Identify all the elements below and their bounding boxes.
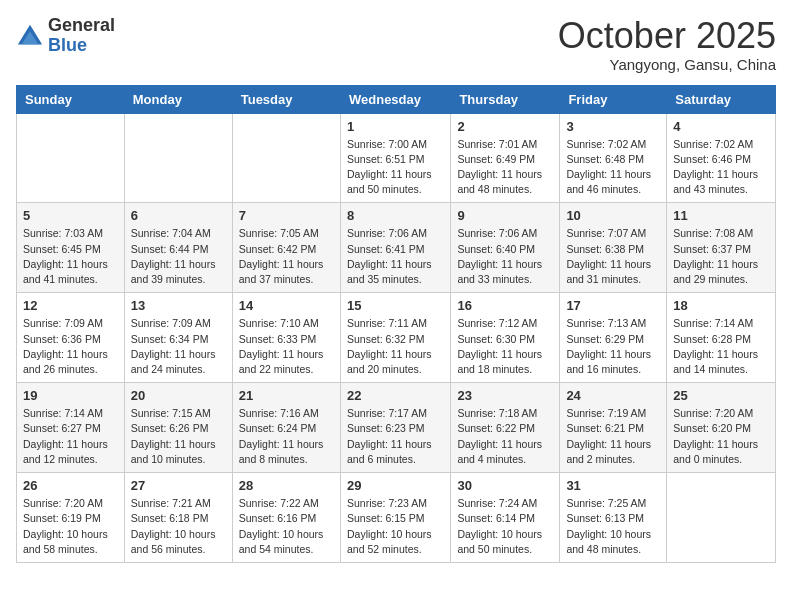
day-info: Sunrise: 7:06 AM Sunset: 6:40 PM Dayligh… xyxy=(457,226,553,287)
calendar-cell: 9Sunrise: 7:06 AM Sunset: 6:40 PM Daylig… xyxy=(451,203,560,293)
calendar-cell: 4Sunrise: 7:02 AM Sunset: 6:46 PM Daylig… xyxy=(667,113,776,203)
calendar-cell: 15Sunrise: 7:11 AM Sunset: 6:32 PM Dayli… xyxy=(340,293,450,383)
calendar-week-row: 19Sunrise: 7:14 AM Sunset: 6:27 PM Dayli… xyxy=(17,383,776,473)
day-number: 12 xyxy=(23,298,118,313)
day-number: 1 xyxy=(347,119,444,134)
day-number: 2 xyxy=(457,119,553,134)
day-info: Sunrise: 7:02 AM Sunset: 6:46 PM Dayligh… xyxy=(673,137,769,198)
day-number: 21 xyxy=(239,388,334,403)
day-info: Sunrise: 7:11 AM Sunset: 6:32 PM Dayligh… xyxy=(347,316,444,377)
day-number: 8 xyxy=(347,208,444,223)
day-info: Sunrise: 7:12 AM Sunset: 6:30 PM Dayligh… xyxy=(457,316,553,377)
page-header: General Blue October 2025 Yangyong, Gans… xyxy=(16,16,776,73)
day-info: Sunrise: 7:22 AM Sunset: 6:16 PM Dayligh… xyxy=(239,496,334,557)
day-number: 15 xyxy=(347,298,444,313)
day-info: Sunrise: 7:01 AM Sunset: 6:49 PM Dayligh… xyxy=(457,137,553,198)
day-number: 16 xyxy=(457,298,553,313)
calendar-cell: 28Sunrise: 7:22 AM Sunset: 6:16 PM Dayli… xyxy=(232,473,340,563)
calendar-cell: 27Sunrise: 7:21 AM Sunset: 6:18 PM Dayli… xyxy=(124,473,232,563)
calendar-cell xyxy=(17,113,125,203)
day-number: 7 xyxy=(239,208,334,223)
weekday-header-row: SundayMondayTuesdayWednesdayThursdayFrid… xyxy=(17,85,776,113)
day-info: Sunrise: 7:20 AM Sunset: 6:20 PM Dayligh… xyxy=(673,406,769,467)
day-number: 5 xyxy=(23,208,118,223)
calendar-cell: 12Sunrise: 7:09 AM Sunset: 6:36 PM Dayli… xyxy=(17,293,125,383)
calendar-cell: 24Sunrise: 7:19 AM Sunset: 6:21 PM Dayli… xyxy=(560,383,667,473)
day-info: Sunrise: 7:18 AM Sunset: 6:22 PM Dayligh… xyxy=(457,406,553,467)
weekday-header-wednesday: Wednesday xyxy=(340,85,450,113)
calendar-cell: 31Sunrise: 7:25 AM Sunset: 6:13 PM Dayli… xyxy=(560,473,667,563)
calendar-cell: 25Sunrise: 7:20 AM Sunset: 6:20 PM Dayli… xyxy=(667,383,776,473)
day-info: Sunrise: 7:08 AM Sunset: 6:37 PM Dayligh… xyxy=(673,226,769,287)
day-info: Sunrise: 7:23 AM Sunset: 6:15 PM Dayligh… xyxy=(347,496,444,557)
calendar-cell xyxy=(667,473,776,563)
day-number: 31 xyxy=(566,478,660,493)
day-info: Sunrise: 7:05 AM Sunset: 6:42 PM Dayligh… xyxy=(239,226,334,287)
day-info: Sunrise: 7:06 AM Sunset: 6:41 PM Dayligh… xyxy=(347,226,444,287)
day-info: Sunrise: 7:15 AM Sunset: 6:26 PM Dayligh… xyxy=(131,406,226,467)
calendar-cell xyxy=(232,113,340,203)
calendar-week-row: 12Sunrise: 7:09 AM Sunset: 6:36 PM Dayli… xyxy=(17,293,776,383)
day-info: Sunrise: 7:09 AM Sunset: 6:34 PM Dayligh… xyxy=(131,316,226,377)
day-info: Sunrise: 7:25 AM Sunset: 6:13 PM Dayligh… xyxy=(566,496,660,557)
calendar-week-row: 26Sunrise: 7:20 AM Sunset: 6:19 PM Dayli… xyxy=(17,473,776,563)
day-number: 22 xyxy=(347,388,444,403)
day-number: 26 xyxy=(23,478,118,493)
day-info: Sunrise: 7:13 AM Sunset: 6:29 PM Dayligh… xyxy=(566,316,660,377)
calendar-cell: 30Sunrise: 7:24 AM Sunset: 6:14 PM Dayli… xyxy=(451,473,560,563)
weekday-header-saturday: Saturday xyxy=(667,85,776,113)
calendar-cell: 23Sunrise: 7:18 AM Sunset: 6:22 PM Dayli… xyxy=(451,383,560,473)
calendar-cell xyxy=(124,113,232,203)
calendar-cell: 7Sunrise: 7:05 AM Sunset: 6:42 PM Daylig… xyxy=(232,203,340,293)
day-number: 11 xyxy=(673,208,769,223)
day-info: Sunrise: 7:03 AM Sunset: 6:45 PM Dayligh… xyxy=(23,226,118,287)
day-info: Sunrise: 7:07 AM Sunset: 6:38 PM Dayligh… xyxy=(566,226,660,287)
day-info: Sunrise: 7:21 AM Sunset: 6:18 PM Dayligh… xyxy=(131,496,226,557)
calendar-cell: 22Sunrise: 7:17 AM Sunset: 6:23 PM Dayli… xyxy=(340,383,450,473)
title-block: October 2025 Yangyong, Gansu, China xyxy=(558,16,776,73)
logo: General Blue xyxy=(16,16,115,56)
day-number: 20 xyxy=(131,388,226,403)
day-info: Sunrise: 7:19 AM Sunset: 6:21 PM Dayligh… xyxy=(566,406,660,467)
day-info: Sunrise: 7:24 AM Sunset: 6:14 PM Dayligh… xyxy=(457,496,553,557)
calendar-week-row: 1Sunrise: 7:00 AM Sunset: 6:51 PM Daylig… xyxy=(17,113,776,203)
day-info: Sunrise: 7:00 AM Sunset: 6:51 PM Dayligh… xyxy=(347,137,444,198)
calendar-cell: 13Sunrise: 7:09 AM Sunset: 6:34 PM Dayli… xyxy=(124,293,232,383)
calendar-cell: 10Sunrise: 7:07 AM Sunset: 6:38 PM Dayli… xyxy=(560,203,667,293)
calendar-cell: 8Sunrise: 7:06 AM Sunset: 6:41 PM Daylig… xyxy=(340,203,450,293)
day-info: Sunrise: 7:10 AM Sunset: 6:33 PM Dayligh… xyxy=(239,316,334,377)
day-number: 6 xyxy=(131,208,226,223)
day-number: 25 xyxy=(673,388,769,403)
day-number: 27 xyxy=(131,478,226,493)
calendar-cell: 21Sunrise: 7:16 AM Sunset: 6:24 PM Dayli… xyxy=(232,383,340,473)
day-number: 4 xyxy=(673,119,769,134)
calendar-cell: 20Sunrise: 7:15 AM Sunset: 6:26 PM Dayli… xyxy=(124,383,232,473)
weekday-header-friday: Friday xyxy=(560,85,667,113)
weekday-header-monday: Monday xyxy=(124,85,232,113)
calendar-cell: 16Sunrise: 7:12 AM Sunset: 6:30 PM Dayli… xyxy=(451,293,560,383)
weekday-header-sunday: Sunday xyxy=(17,85,125,113)
calendar-cell: 29Sunrise: 7:23 AM Sunset: 6:15 PM Dayli… xyxy=(340,473,450,563)
location-subtitle: Yangyong, Gansu, China xyxy=(558,56,776,73)
month-title: October 2025 xyxy=(558,16,776,56)
day-number: 9 xyxy=(457,208,553,223)
calendar-cell: 18Sunrise: 7:14 AM Sunset: 6:28 PM Dayli… xyxy=(667,293,776,383)
calendar-cell: 19Sunrise: 7:14 AM Sunset: 6:27 PM Dayli… xyxy=(17,383,125,473)
calendar-cell: 1Sunrise: 7:00 AM Sunset: 6:51 PM Daylig… xyxy=(340,113,450,203)
calendar-table: SundayMondayTuesdayWednesdayThursdayFrid… xyxy=(16,85,776,563)
day-number: 14 xyxy=(239,298,334,313)
day-number: 18 xyxy=(673,298,769,313)
day-number: 17 xyxy=(566,298,660,313)
calendar-cell: 2Sunrise: 7:01 AM Sunset: 6:49 PM Daylig… xyxy=(451,113,560,203)
calendar-week-row: 5Sunrise: 7:03 AM Sunset: 6:45 PM Daylig… xyxy=(17,203,776,293)
day-number: 29 xyxy=(347,478,444,493)
day-info: Sunrise: 7:04 AM Sunset: 6:44 PM Dayligh… xyxy=(131,226,226,287)
day-number: 23 xyxy=(457,388,553,403)
day-info: Sunrise: 7:14 AM Sunset: 6:27 PM Dayligh… xyxy=(23,406,118,467)
day-number: 10 xyxy=(566,208,660,223)
calendar-cell: 6Sunrise: 7:04 AM Sunset: 6:44 PM Daylig… xyxy=(124,203,232,293)
day-number: 3 xyxy=(566,119,660,134)
day-info: Sunrise: 7:14 AM Sunset: 6:28 PM Dayligh… xyxy=(673,316,769,377)
day-number: 28 xyxy=(239,478,334,493)
calendar-cell: 17Sunrise: 7:13 AM Sunset: 6:29 PM Dayli… xyxy=(560,293,667,383)
